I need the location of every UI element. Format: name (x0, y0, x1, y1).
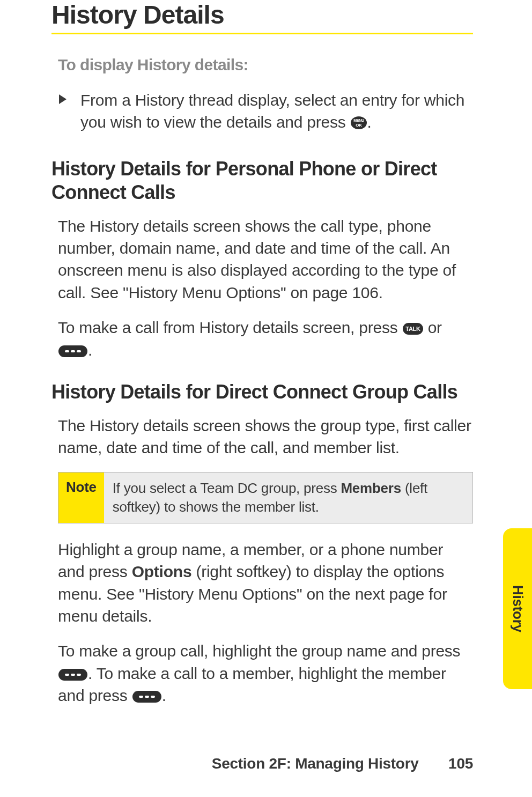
paragraph-1: The History details screen shows the cal… (58, 215, 473, 304)
subheading-group-calls: History Details for Direct Connect Group… (51, 380, 473, 404)
paragraph-2: To make a call from History details scre… (58, 316, 473, 361)
note-body: If you select a Team DC group, press Mem… (104, 473, 472, 523)
manual-page: History Details To display History detai… (0, 0, 532, 797)
svg-rect-10 (65, 674, 69, 676)
p5-text-b: . (162, 687, 166, 704)
lead-in: To display History details: (58, 56, 473, 74)
paragraph-3: The History details screen shows the gro… (58, 415, 473, 459)
steps-list: From a History thread display, select an… (51, 89, 473, 134)
p5-text-a: To make a group call, highlight the grou… (58, 642, 460, 660)
note-box: Note If you select a Team DC group, pres… (58, 472, 473, 523)
svg-rect-15 (145, 696, 149, 698)
svg-rect-7 (71, 350, 75, 352)
talk-key-icon: TALK (402, 322, 424, 335)
section-tab-label: History (509, 585, 526, 632)
svg-rect-16 (151, 696, 155, 698)
title-underline (51, 33, 473, 34)
svg-text:OK: OK (356, 123, 362, 128)
subheading-personal-direct: History Details for Personal Phone or Di… (51, 157, 473, 204)
svg-rect-6 (65, 350, 69, 352)
step-1-text-b: . (367, 113, 372, 131)
dc-key-icon (58, 668, 88, 681)
section-tab: History (503, 528, 532, 689)
page-footer: Section 2F: Managing History 105 (212, 755, 473, 772)
svg-text:MENU: MENU (353, 119, 364, 122)
note-tag: Note (58, 473, 104, 523)
page-title: History Details (51, 0, 473, 29)
svg-text:TALK: TALK (405, 326, 420, 332)
step-1-text-a: From a History thread display, select an… (80, 91, 464, 131)
menu-ok-key-icon: MENUOK (350, 116, 367, 130)
paragraph-5: To make a group call, highlight the grou… (58, 640, 473, 706)
p2-text-a: To make a call from History details scre… (58, 319, 402, 336)
p2-or: or (424, 319, 442, 336)
note-text-a: If you select a Team DC group, press (113, 480, 341, 496)
svg-rect-14 (139, 696, 143, 698)
svg-rect-12 (77, 674, 81, 676)
dc-key-icon (132, 690, 162, 703)
dc-key-icon (58, 345, 88, 358)
note-bold: Members (341, 480, 401, 496)
p2-text-b: . (88, 341, 92, 359)
p5-text-mid: . To make a call to a member, highlight … (58, 665, 446, 704)
svg-rect-11 (71, 674, 75, 676)
footer-page-number: 105 (448, 755, 473, 772)
svg-rect-8 (77, 350, 81, 352)
footer-section: Section 2F: Managing History (212, 755, 419, 772)
step-1: From a History thread display, select an… (80, 89, 473, 134)
paragraph-4: Highlight a group name, a member, or a p… (58, 538, 473, 628)
p4-bold: Options (132, 563, 192, 580)
